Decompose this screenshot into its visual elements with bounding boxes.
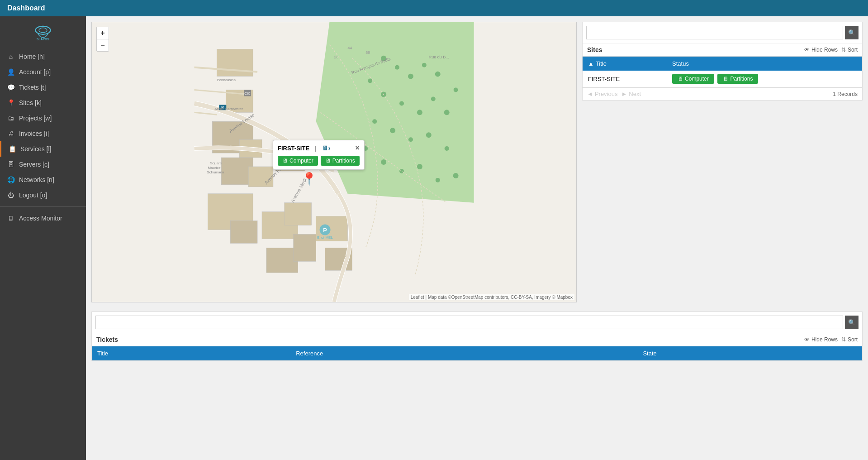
next-button[interactable]: ► Next: [621, 91, 641, 97]
popup-computer-icon: 🖥: [282, 158, 288, 164]
sidebar-item-networks[interactable]: 🌐 Networks [n]: [0, 172, 86, 187]
svg-point-13: [399, 101, 404, 105]
tickets-search-bar: 🔍: [92, 312, 862, 333]
sites-pagination: ◄ Previous ► Next 1 Records: [583, 87, 862, 100]
page-title: Dashboard: [7, 4, 45, 12]
popup-close-button[interactable]: ×: [355, 144, 359, 152]
col-title: ▲Title: [583, 57, 667, 71]
col-status: Status: [667, 57, 862, 71]
svg-point-20: [408, 137, 413, 142]
map-container[interactable]: Avenue Louise Avenue Foubert Avenue Verd…: [91, 22, 577, 302]
nav: ⌂ Home [h] 👤 Account [p] 💬 Tickets [t] 📍…: [0, 45, 86, 230]
svg-rect-37: [266, 248, 298, 273]
svg-point-24: [381, 159, 386, 165]
tickets-search-icon: 🔍: [848, 319, 856, 326]
zoom-in-button[interactable]: +: [97, 27, 109, 39]
search-icon: 🔍: [848, 29, 856, 36]
popup-computer-button[interactable]: 🖥 Computer: [278, 156, 318, 166]
svg-point-1: [39, 28, 47, 33]
tickets-search-button[interactable]: 🔍: [845, 316, 859, 329]
ticket-col-state-link[interactable]: State: [643, 350, 656, 357]
svg-point-9: [422, 63, 427, 67]
prev-arrow-icon: ◄: [587, 91, 593, 97]
popup-site-name: FIRST-SITE: [278, 145, 309, 152]
popup-partitions-icon: 🖥: [325, 158, 331, 164]
tickets-table-header: Title Reference State: [92, 346, 862, 360]
access-monitor-icon: 🖥: [7, 215, 14, 222]
topbar: Dashboard: [0, 0, 868, 16]
svg-point-17: [454, 88, 458, 92]
popup-buttons: 🖥 Computer 🖥 Partitions: [278, 156, 360, 166]
tickets-section-header: Tickets 👁 Hide Rows ⇅ Sort: [92, 333, 862, 346]
next-arrow-icon: ►: [621, 91, 627, 97]
sidebar-item-logout[interactable]: ⏻ Logout [o]: [0, 187, 86, 203]
partitions-button[interactable]: 🖥 Partitions: [717, 74, 758, 84]
tickets-actions: 👁 Hide Rows ⇅ Sort: [804, 336, 858, 343]
svg-point-11: [368, 79, 372, 83]
services-icon: 📋: [9, 145, 16, 153]
tickets-section: 🔍 Tickets 👁 Hide Rows ⇅ Sort: [91, 311, 863, 361]
networks-icon: 🌐: [7, 176, 14, 183]
svg-point-7: [395, 65, 399, 70]
map-popup-header: FIRST-SITE | 🖥› ×: [278, 144, 360, 152]
table-row: FIRST-SITE 🖥 Computer 🖥 Par: [583, 71, 862, 87]
sidebar-item-account[interactable]: 👤 Account [p]: [0, 64, 86, 80]
computer-button[interactable]: 🖥 Computer: [672, 74, 714, 84]
svg-text:SLAPOS: SLAPOS: [37, 38, 49, 41]
invoices-icon: 🖨: [7, 130, 14, 137]
content-area: Avenue Louise Avenue Foubert Avenue Verd…: [86, 16, 868, 460]
tickets-sort-icon: ⇅: [841, 336, 846, 343]
svg-point-18: [372, 119, 377, 124]
popup-partitions-button[interactable]: 🖥 Partitions: [321, 156, 360, 166]
records-count: 1 Records: [833, 91, 858, 97]
computer-icon: 🖥: [678, 76, 683, 82]
sidebar-item-servers[interactable]: 🗄 Servers [c]: [0, 157, 86, 172]
svg-text:Square: Square: [210, 161, 222, 165]
svg-text:Enci-MEL: Enci-MEL: [317, 235, 333, 240]
tickets-hide-rows-button[interactable]: 👁 Hide Rows: [804, 336, 838, 343]
sidebar-item-projects[interactable]: 🗂 Projects [w]: [0, 110, 86, 126]
map-attribution: Leaflet | Map data ©OpenStreetMap contri…: [409, 294, 574, 300]
sidebar-item-access-monitor[interactable]: 🖥 Access Monitor: [0, 211, 86, 226]
sites-search-input[interactable]: [586, 26, 843, 39]
svg-rect-39: [294, 234, 316, 261]
svg-point-21: [426, 132, 432, 138]
tickets-eye-icon: 👁: [804, 336, 810, 343]
svg-point-15: [431, 96, 436, 101]
svg-text:44: 44: [347, 46, 352, 50]
sort-icon: ⇅: [841, 47, 846, 53]
tickets-search-input[interactable]: [95, 316, 843, 329]
sites-icon: 📍: [7, 99, 14, 106]
svg-rect-29: [217, 49, 253, 77]
ticket-col-reference-link[interactable]: Reference: [296, 350, 323, 357]
svg-text:Maurice: Maurice: [208, 166, 221, 170]
col-title-link[interactable]: ▲Title: [588, 60, 607, 67]
tickets-table: Title Reference State: [92, 346, 862, 360]
col-status-link[interactable]: Status: [672, 60, 689, 67]
sites-section-header: Sites 👁 Hide Rows ⇅ Sort: [583, 43, 862, 57]
sidebar-item-sites[interactable]: 📍 Sites [k]: [0, 95, 86, 110]
svg-text:Penncasino: Penncasino: [217, 78, 236, 82]
svg-point-0: [36, 26, 51, 34]
sidebar-item-home[interactable]: ⌂ Home [h]: [0, 49, 86, 64]
logout-icon: ⏻: [7, 192, 14, 199]
sidebar-item-tickets[interactable]: 💬 Tickets [t]: [0, 80, 86, 95]
svg-text:Rue du B...: Rue du B...: [429, 55, 449, 59]
sidebar-item-invoices[interactable]: 🖨 Invoices [i]: [0, 126, 86, 141]
previous-button[interactable]: ◄ Previous: [587, 91, 617, 97]
sites-search-bar: 🔍: [583, 22, 862, 43]
tickets-sort-button[interactable]: ⇅ Sort: [841, 336, 858, 343]
ticket-col-title-link[interactable]: Title: [97, 350, 108, 357]
svg-point-8: [408, 74, 413, 79]
sites-hide-rows-button[interactable]: 👁 Hide Rows: [804, 47, 838, 53]
svg-text:59: 59: [365, 50, 370, 55]
svg-rect-35: [230, 221, 257, 244]
partitions-icon: 🖥: [723, 76, 728, 82]
zoom-out-button[interactable]: −: [97, 39, 109, 51]
sites-table: ▲Title Status: [583, 57, 862, 87]
ticket-col-state: State: [637, 346, 862, 360]
sidebar-item-services[interactable]: 📋 Services [l]: [0, 141, 86, 157]
sites-search-button[interactable]: 🔍: [845, 26, 859, 39]
sites-sort-button[interactable]: ⇅ Sort: [841, 47, 858, 53]
svg-point-16: [444, 110, 450, 115]
